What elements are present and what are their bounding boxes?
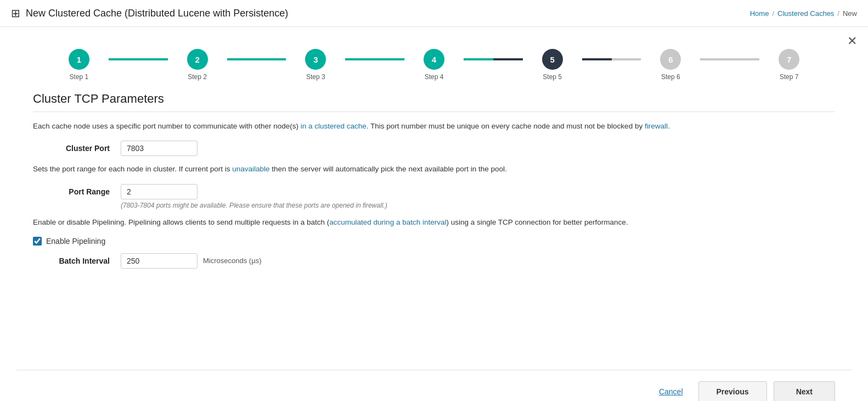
- step-circle-7: 7: [779, 49, 799, 70]
- step-item-1: 1 Step 1: [49, 49, 109, 81]
- step-connector-6: [700, 58, 759, 60]
- step-connector-5: [582, 58, 641, 60]
- info-link-batch: accumulated during a batch interval: [329, 218, 446, 226]
- step-circle-4: 4: [424, 49, 444, 70]
- info-link-firewall: firewall: [645, 122, 668, 130]
- cluster-port-info: Each cache node uses a specific port num…: [33, 121, 835, 132]
- cluster-port-input[interactable]: [121, 141, 198, 156]
- step-item-3: 3 Step 3: [286, 49, 345, 81]
- port-range-row: Port Range (7803-7804 ports might be ava…: [33, 184, 835, 209]
- cluster-port-row: Cluster Port: [33, 141, 835, 156]
- info-link-unavailable: unavailable: [232, 165, 269, 173]
- port-range-input[interactable]: [121, 184, 198, 199]
- modal-content: ✕ 1 Step 1 2 Step 2 3 Step: [0, 27, 868, 401]
- step-connector-4: [464, 58, 523, 60]
- batch-interval-unit: Microseconds (µs): [203, 257, 261, 265]
- step-item-2: 2 Step 2: [168, 49, 227, 81]
- pipelining-checkbox-row: Enable Pipelining: [33, 237, 835, 246]
- step-label-3: Step 3: [306, 73, 325, 81]
- info-link-1: in a clustered cache: [301, 122, 367, 130]
- step-connector-1: [109, 58, 168, 60]
- batch-interval-label: Batch Interval: [33, 253, 121, 265]
- step-label-2: Step 2: [188, 73, 207, 81]
- section-title: Cluster TCP Parameters: [33, 92, 835, 112]
- port-range-info: Sets the port range for each node in clu…: [33, 164, 835, 175]
- port-range-hint: (7803-7804 ports might be available. Ple…: [121, 202, 387, 209]
- footer: Cancel Previous Next: [16, 370, 852, 401]
- step-connector-2: [227, 58, 286, 60]
- breadcrumb-sep-2: /: [837, 9, 839, 18]
- port-range-input-group: (7803-7804 ports might be available. Ple…: [121, 184, 387, 209]
- batch-interval-row: Batch Interval Microseconds (µs): [33, 253, 835, 269]
- step-item-6: 6 Step 6: [641, 49, 700, 81]
- next-button[interactable]: Next: [774, 381, 835, 401]
- step-label-4: Step 4: [425, 73, 444, 81]
- step-connector-3: [345, 58, 404, 60]
- form-section: Cluster TCP Parameters Each cache node u…: [16, 86, 852, 282]
- cancel-button[interactable]: Cancel: [650, 383, 692, 400]
- stepper: 1 Step 1 2 Step 2 3 Step 3: [16, 38, 852, 86]
- breadcrumb-current: New: [843, 9, 857, 18]
- page-title: New Clustered Cache (Distributed Lucene …: [26, 8, 288, 19]
- pipelining-checkbox-label: Enable Pipelining: [46, 237, 105, 246]
- step-label-5: Step 5: [543, 73, 562, 81]
- header: ⊞ New Clustered Cache (Distributed Lucen…: [0, 0, 868, 27]
- port-range-label: Port Range: [33, 184, 121, 196]
- step-circle-5: 5: [542, 49, 563, 70]
- step-item-7: 7 Step 7: [759, 49, 819, 81]
- step-circle-3: 3: [305, 49, 326, 70]
- step-item-4: 4 Step 4: [404, 49, 464, 81]
- breadcrumb-home[interactable]: Home: [750, 9, 769, 18]
- step-circle-1: 1: [69, 49, 89, 70]
- batch-interval-input-group: Microseconds (µs): [121, 253, 261, 269]
- step-label-6: Step 6: [661, 73, 680, 81]
- pipelining-checkbox[interactable]: [33, 237, 42, 246]
- breadcrumb-clustered[interactable]: Clustered Caches: [777, 9, 834, 18]
- cluster-port-label: Cluster Port: [33, 141, 121, 153]
- batch-interval-input[interactable]: [121, 253, 198, 269]
- breadcrumb-sep-1: /: [772, 9, 774, 18]
- step-circle-6: 6: [660, 49, 681, 70]
- previous-button[interactable]: Previous: [698, 381, 767, 401]
- step-label-7: Step 7: [780, 73, 799, 81]
- breadcrumb: Home / Clustered Caches / New: [750, 9, 857, 18]
- header-left: ⊞ New Clustered Cache (Distributed Lucen…: [11, 7, 288, 20]
- app-icon: ⊞: [11, 7, 20, 20]
- pipelining-info: Enable or disable Pipelining. Pipelining…: [33, 217, 835, 228]
- step-circle-2: 2: [187, 49, 208, 70]
- step-label-1: Step 1: [70, 73, 89, 81]
- step-item-5: 5 Step 5: [523, 49, 582, 81]
- page-wrapper: ⊞ New Clustered Cache (Distributed Lucen…: [0, 0, 868, 401]
